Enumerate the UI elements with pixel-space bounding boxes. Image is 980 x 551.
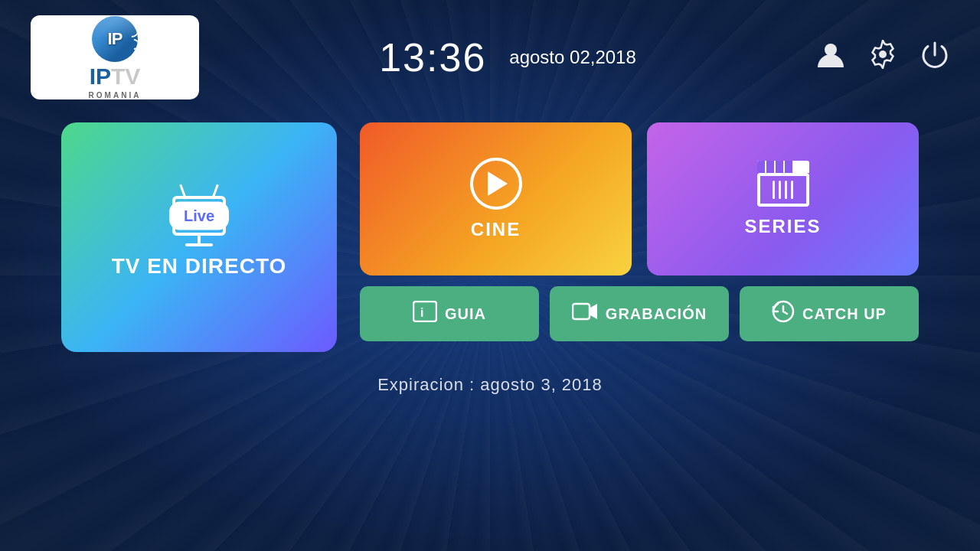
svg-rect-2 bbox=[413, 302, 436, 321]
header-icons bbox=[816, 40, 949, 76]
live-tv-button[interactable]: Live TV EN DIRECTO bbox=[61, 122, 337, 352]
signal-arcs bbox=[124, 22, 138, 57]
clapper-line-3 bbox=[785, 181, 787, 199]
tv-screen: Live bbox=[172, 196, 226, 236]
svg-point-1 bbox=[879, 51, 887, 58]
svg-marker-5 bbox=[590, 304, 597, 319]
bottom-row: i GUIA GRABACIÓN bbox=[360, 286, 919, 341]
expiration-label: Expiracion : agosto 3, 2018 bbox=[377, 375, 603, 394]
grabacion-icon bbox=[572, 301, 598, 328]
clapper-line-1 bbox=[773, 181, 775, 199]
antenna-right bbox=[211, 184, 219, 200]
grabacion-button[interactable]: GRABACIÓN bbox=[550, 286, 729, 341]
catchup-label: CATCH UP bbox=[802, 305, 887, 323]
catchup-button[interactable]: CATCH UP bbox=[740, 286, 919, 341]
user-icon[interactable] bbox=[816, 40, 845, 76]
live-badge: Live bbox=[169, 202, 229, 230]
clapper-lines bbox=[773, 181, 793, 199]
tv-icon: Live bbox=[172, 196, 226, 246]
clapper-stripe-2 bbox=[766, 161, 776, 173]
clapper-top bbox=[757, 161, 809, 173]
grabacion-label: GRABACIÓN bbox=[606, 305, 707, 323]
catchup-icon bbox=[772, 300, 795, 328]
series-button[interactable]: SERIES bbox=[647, 122, 919, 276]
date: agosto 02,2018 bbox=[509, 47, 635, 68]
header-center: 13:36 agosto 02,2018 bbox=[214, 34, 801, 80]
logo: IP IP TV ROMANIA bbox=[31, 15, 199, 99]
logo-brand-tv: TV bbox=[111, 64, 140, 90]
logo-romania: ROMANIA bbox=[89, 91, 142, 99]
cine-button[interactable]: CINE bbox=[360, 122, 632, 276]
live-tv-label: TV EN DIRECTO bbox=[112, 254, 287, 279]
logo-globe: IP bbox=[92, 16, 138, 62]
tv-base bbox=[185, 243, 213, 246]
logo-ip-text: IP bbox=[108, 29, 122, 49]
arc-large bbox=[121, 18, 138, 40]
clapper-body bbox=[757, 173, 809, 207]
guia-icon: i bbox=[413, 301, 437, 328]
guia-button[interactable]: i GUIA bbox=[360, 286, 539, 341]
guia-label: GUIA bbox=[445, 305, 486, 323]
main-content: Live TV EN DIRECTO CINE bbox=[0, 122, 980, 352]
antenna-left bbox=[179, 184, 187, 200]
svg-text:i: i bbox=[420, 306, 423, 319]
right-column: CINE bbox=[360, 122, 919, 352]
clapper-line-4 bbox=[791, 181, 793, 199]
clapper-icon bbox=[757, 161, 809, 207]
logo-brand-ip: IP bbox=[90, 64, 111, 90]
clock: 13:36 bbox=[379, 34, 486, 80]
clapper-stripe-4 bbox=[785, 161, 794, 173]
arc-medium bbox=[126, 37, 138, 52]
series-label: SERIES bbox=[744, 216, 821, 237]
play-circle-icon bbox=[470, 158, 522, 210]
expiration-text: Expiracion : agosto 3, 2018 bbox=[0, 375, 980, 395]
arc-small bbox=[132, 50, 138, 58]
clapper-stripe-3 bbox=[776, 161, 785, 173]
svg-rect-4 bbox=[573, 304, 590, 319]
play-triangle-icon bbox=[488, 171, 508, 196]
clapper-line-2 bbox=[779, 181, 781, 199]
top-row: CINE bbox=[360, 122, 919, 276]
svg-point-0 bbox=[825, 44, 837, 56]
cine-label: CINE bbox=[471, 219, 521, 240]
header: IP IP TV ROMANIA 13:36 agosto 02,2018 bbox=[0, 0, 980, 115]
settings-icon[interactable] bbox=[868, 40, 897, 76]
power-icon[interactable] bbox=[920, 40, 949, 76]
clapper-stripe-1 bbox=[757, 161, 766, 173]
tv-stand bbox=[198, 236, 201, 243]
